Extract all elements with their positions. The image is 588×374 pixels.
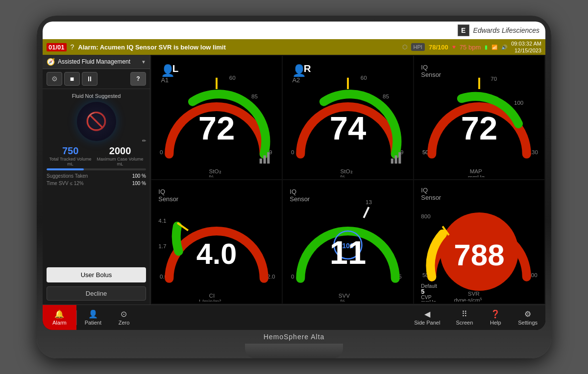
heart-icon: ♥ <box>452 44 456 50</box>
sidebar-header: 🧭 Assisted Fluid Management ▼ <box>43 55 150 69</box>
svg-text:72: 72 <box>198 110 235 146</box>
svg-text:StO₂: StO₂ <box>209 168 221 174</box>
time-display: 09:03:32 AM 12/15/2023 <box>511 40 541 54</box>
svg-rect-27 <box>398 152 401 164</box>
svg-text:CI: CI <box>209 292 215 299</box>
monitor-outer: E Edwards Lifesciences 01/01 ? Alarm: Ac… <box>37 16 551 358</box>
svg-text:IQ: IQ <box>158 188 165 195</box>
svg-text:IQ: IQ <box>290 188 296 195</box>
volume-progress-bar <box>47 168 146 170</box>
svg-text:L/min/m²: L/min/m² <box>199 298 221 302</box>
svg-text:Sensor: Sensor <box>421 71 441 78</box>
user-bolus-button[interactable]: User Bolus <box>47 267 146 282</box>
side-panel-label: Side Panel <box>414 320 440 326</box>
svg-text:85: 85 <box>251 93 258 99</box>
alarm-question[interactable]: ? <box>71 43 74 51</box>
signal-icon: 📶 <box>491 45 497 50</box>
stop-button[interactable]: ■ <box>64 72 80 86</box>
gauge-L-StO2: 👤 L A1 0 StO₂ % 99 85 60 <box>151 56 282 179</box>
side-panel-nav-item[interactable]: ◀ Side Panel <box>406 309 448 326</box>
hpi-badge: HPI <box>411 43 425 51</box>
side-panel-icon: ◀ <box>424 309 430 319</box>
left-sidebar: 🧭 Assisted Fluid Management ▼ ⚙ ■ ⏸ ? Fl… <box>43 55 150 304</box>
svg-text:0: 0 <box>291 273 294 280</box>
fluid-section: Fluid Not Suggested 🚫 ✏ 750 Total Tracke… <box>43 89 150 191</box>
svg-text:StO₂: StO₂ <box>341 168 353 174</box>
bottom-nav: 🔔 Alarm 👤 Patient ⊙ Zero ◀ Side Panel ⠿ … <box>43 304 545 330</box>
svg-text:%: % <box>341 298 345 302</box>
chevron-down-icon[interactable]: ▼ <box>141 59 146 65</box>
time-svv-value: 100 % <box>132 181 146 186</box>
svg-text:72: 72 <box>461 110 498 146</box>
patient-nav-item[interactable]: 👤 Patient <box>77 309 109 326</box>
company-name: Edwards Lifesciences <box>473 26 539 34</box>
help-nav-item[interactable]: ❓ Help <box>481 309 510 326</box>
svg-text:100: 100 <box>514 99 523 106</box>
decline-button[interactable]: Decline <box>47 286 146 301</box>
screen-nav-item[interactable]: ⠿ Screen <box>448 309 481 326</box>
settings-button[interactable]: ⚙ <box>47 72 62 86</box>
volume-bar-fill <box>47 168 84 170</box>
patient-icon: 👤 <box>88 309 98 319</box>
edit-icon[interactable]: ✏ <box>142 138 146 143</box>
svg-text:4.1: 4.1 <box>158 217 166 224</box>
alarm-nav-item[interactable]: 🔔 Alarm <box>43 305 76 330</box>
alarm-bar: 01/01 ? Alarm: Acumen IQ Sensor SVR is b… <box>43 39 545 55</box>
alarm-message: Alarm: Acumen IQ Sensor SVR is below low… <box>78 44 398 51</box>
device-label: HemoSphere Alta <box>261 330 328 344</box>
monitor-base <box>245 344 343 358</box>
settings-gear-icon: ⚙ <box>524 309 531 319</box>
svg-rect-25 <box>391 159 393 164</box>
pause-button[interactable]: ⏸ <box>82 72 98 86</box>
svg-text:13: 13 <box>366 199 372 205</box>
svg-text:11: 11 <box>330 234 367 271</box>
alarm-right-section: ⬡ HPI 78/100 ♥ 75 bpm ▮ 📶 🔊 09:03:32 AM … <box>402 40 541 54</box>
help-label: Help <box>490 320 501 326</box>
device-icon: ⬡ <box>402 44 407 50</box>
svg-text:85: 85 <box>383 93 389 99</box>
help-button[interactable]: ? <box>130 72 146 86</box>
svg-text:%: % <box>341 174 345 177</box>
alarm-number: 01/01 <box>47 43 67 51</box>
svg-text:Sensor: Sensor <box>158 195 179 203</box>
svg-text:60: 60 <box>361 74 367 81</box>
svg-text:Sensor: Sensor <box>421 194 441 201</box>
svg-text:IQ: IQ <box>421 187 428 194</box>
svg-text:SVV: SVV <box>339 292 350 299</box>
zero-label: Zero <box>119 320 130 326</box>
brand-bar: E Edwards Lifesciences <box>43 22 545 39</box>
no-fluid-icon: 🚫 <box>85 111 107 132</box>
gauge-SVV: IQ Sensor 13 0 SVV % 25 100 11 <box>283 180 413 304</box>
time-svv-label: Time SVV ≤ 12% <box>47 181 84 186</box>
edwards-e-logo: E <box>458 24 469 36</box>
alarm-label: Alarm <box>52 320 67 326</box>
sidebar-title: Assisted Fluid Management <box>58 58 138 65</box>
settings-nav-item[interactable]: ⚙ Settings <box>510 309 545 326</box>
monitor-screen: E Edwards Lifesciences 01/01 ? Alarm: Ac… <box>43 22 545 330</box>
svg-text:R: R <box>304 63 311 74</box>
svg-text:4.0: 4.0 <box>196 237 237 270</box>
svg-text:A2: A2 <box>292 76 300 84</box>
volume-tracked-value: 750 <box>47 145 94 157</box>
alarm-icon: 🔔 <box>54 309 64 319</box>
svg-text:800: 800 <box>421 213 430 219</box>
svg-text:dyne·s/cm⁵: dyne·s/cm⁵ <box>454 297 482 302</box>
zero-icon: ⊙ <box>121 309 127 319</box>
svg-text:A1: A1 <box>161 76 169 84</box>
fluid-circle: 🚫 <box>77 102 116 141</box>
svg-text:0: 0 <box>160 149 163 155</box>
hpi-value: 78/100 <box>429 44 448 51</box>
nav-icon: 🧭 <box>47 58 55 66</box>
volume-max-item: 2000 Maximum Case Volume mL <box>94 145 146 166</box>
svg-rect-26 <box>394 155 397 164</box>
svg-text:1.7: 1.7 <box>158 243 166 249</box>
sound-icon: 🔊 <box>501 45 507 50</box>
svg-text:IQ: IQ <box>421 64 428 71</box>
screen-icon: ⠿ <box>462 309 467 319</box>
suggestions-taken-row: Suggestions Taken 100 % <box>47 172 146 180</box>
gauge-R-StO2: 👤 R A2 0 StO₂ % 99 85 60 74 <box>283 56 413 179</box>
zero-nav-item[interactable]: ⊙ Zero <box>109 309 139 326</box>
svg-text:60: 60 <box>229 74 236 81</box>
settings-label: Settings <box>518 320 538 326</box>
svg-line-58 <box>364 207 368 218</box>
